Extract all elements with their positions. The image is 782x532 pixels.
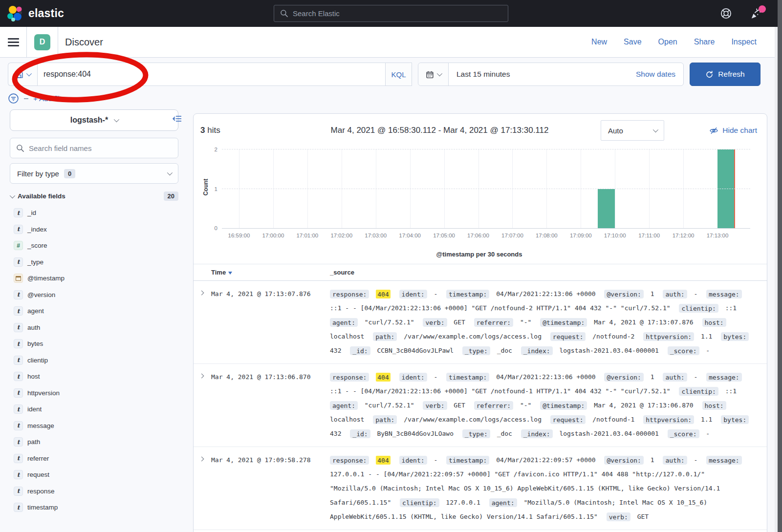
help-icon[interactable] bbox=[719, 7, 732, 20]
histogram-bar[interactable] bbox=[717, 149, 735, 228]
filter-icon[interactable] bbox=[8, 93, 19, 104]
plot-area[interactable]: 012 bbox=[222, 149, 750, 229]
field-label-pill: timestamp: bbox=[446, 373, 489, 382]
scrollbar-thumb[interactable] bbox=[778, 0, 782, 532]
field-value: - bbox=[434, 290, 437, 298]
share-button[interactable]: Share bbox=[694, 38, 715, 46]
index-pattern-select[interactable]: logstash-* bbox=[10, 109, 178, 131]
brand-word: elastic bbox=[28, 7, 64, 20]
newsfeed-icon[interactable] bbox=[750, 7, 762, 20]
field-item[interactable]: tresponse bbox=[14, 483, 178, 500]
field-item[interactable]: tauth bbox=[14, 319, 178, 336]
field-value: 1 bbox=[651, 456, 654, 464]
field-label-pill: @version: bbox=[604, 290, 643, 298]
field-name: _type bbox=[27, 258, 43, 266]
field-item[interactable]: @timestamp bbox=[14, 270, 178, 287]
collapse-sidebar-icon[interactable] bbox=[172, 114, 182, 125]
menu-icon[interactable] bbox=[0, 27, 27, 58]
field-label-pill: agent: bbox=[330, 401, 358, 410]
calendar-menu-button[interactable] bbox=[418, 63, 449, 85]
field-value: 04/Mar/2021:22:09:57 +0000 bbox=[496, 456, 596, 464]
field-item[interactable]: thttpversion bbox=[14, 385, 178, 402]
y-tick-label: 0 bbox=[215, 225, 217, 231]
field-label-pill: _type: bbox=[462, 429, 490, 438]
field-name: @timestamp bbox=[27, 275, 65, 282]
field-item[interactable]: tpath bbox=[14, 434, 178, 450]
field-label-pill: _score: bbox=[668, 429, 699, 438]
chevron-down-icon bbox=[167, 170, 173, 175]
query-input[interactable]: response:404 KQL bbox=[37, 63, 412, 86]
expand-row-icon[interactable] bbox=[194, 453, 211, 524]
field-item[interactable]: t_type bbox=[14, 254, 178, 271]
histogram-chart[interactable]: Count 012 16:59:0017:00:0017:01:0017:02:… bbox=[196, 146, 762, 259]
save-button[interactable]: Save bbox=[624, 38, 641, 46]
column-header-time[interactable]: Time bbox=[211, 269, 330, 276]
notification-dot bbox=[759, 5, 766, 13]
hits-number: 3 bbox=[200, 126, 205, 135]
interval-select[interactable]: Auto bbox=[601, 120, 664, 141]
field-item[interactable]: #_score bbox=[14, 237, 178, 254]
field-item[interactable]: treferrer bbox=[14, 450, 178, 467]
field-value: 1 bbox=[651, 290, 654, 298]
field-item[interactable]: ttimestamp bbox=[14, 499, 178, 516]
field-label-pill: response: bbox=[330, 373, 369, 382]
show-dates-button[interactable]: Show dates bbox=[636, 70, 683, 79]
query-language-button[interactable]: KQL bbox=[385, 63, 412, 85]
refresh-label: Refresh bbox=[718, 70, 744, 79]
field-type-string-icon: t bbox=[14, 421, 23, 430]
field-value: ::1 bbox=[725, 304, 737, 312]
x-gridline bbox=[307, 149, 308, 228]
x-axis-ticks: 16:59:0017:00:0017:01:0017:02:0017:03:00… bbox=[222, 233, 735, 240]
field-item[interactable]: t@version bbox=[14, 287, 178, 303]
field-item[interactable]: t_id bbox=[14, 205, 178, 221]
field-name: _index bbox=[27, 226, 47, 233]
expand-row-icon[interactable] bbox=[194, 287, 211, 358]
field-item[interactable]: tagent bbox=[14, 303, 178, 319]
new-button[interactable]: New bbox=[591, 38, 607, 46]
field-label-pill: agent: bbox=[330, 318, 358, 327]
field-value: GET bbox=[454, 319, 465, 326]
refresh-button[interactable]: Refresh bbox=[690, 63, 760, 86]
chevron-down-icon bbox=[653, 127, 658, 132]
time-column-label: Time bbox=[211, 269, 226, 276]
expand-row-icon[interactable] bbox=[194, 370, 211, 441]
field-item[interactable]: trequest bbox=[14, 467, 178, 483]
field-search-input[interactable]: Search field names bbox=[10, 138, 178, 158]
field-name: _score bbox=[27, 242, 47, 249]
field-value: 432 bbox=[330, 347, 341, 354]
field-value: localhost bbox=[330, 333, 364, 340]
saved-query-menu-button[interactable] bbox=[8, 63, 37, 86]
time-range-value[interactable]: Last 15 minutes bbox=[449, 70, 510, 79]
query-text[interactable]: response:404 bbox=[38, 70, 385, 79]
x-tick-label: 17:10:00 bbox=[604, 233, 626, 238]
field-item[interactable]: tmessage bbox=[14, 418, 178, 434]
elastic-logo[interactable]: elastic bbox=[0, 5, 64, 22]
row-time: Mar 4, 2021 @ 17:09:58.278 bbox=[211, 453, 330, 524]
field-item[interactable]: t_index bbox=[14, 221, 178, 238]
field-value: - bbox=[434, 373, 437, 381]
field-item[interactable]: thost bbox=[14, 368, 178, 385]
field-value: 04/Mar/2021:22:13:06 +0000 bbox=[496, 290, 596, 298]
inspect-button[interactable]: Inspect bbox=[731, 38, 757, 46]
sort-descending-icon bbox=[228, 272, 232, 275]
available-fields-header[interactable]: Available fields 20 bbox=[10, 192, 178, 201]
field-value: ::1 - - [04/Mar/2021:22:13:06 +0000] "GE… bbox=[330, 387, 671, 395]
open-button[interactable]: Open bbox=[658, 38, 677, 46]
histogram-bar[interactable] bbox=[598, 189, 615, 229]
field-label-pill: response: bbox=[330, 456, 369, 465]
field-item[interactable]: tident bbox=[14, 401, 178, 418]
row-time: Mar 4, 2021 @ 17:13:06.870 bbox=[211, 370, 330, 441]
field-name: response bbox=[27, 488, 55, 495]
filter-by-type-select[interactable]: Filter by type 0 bbox=[10, 163, 178, 184]
hide-chart-button[interactable]: Hide chart bbox=[664, 126, 757, 135]
x-gridline bbox=[478, 149, 479, 228]
field-label-pill: path: bbox=[373, 415, 397, 424]
field-name: clientip bbox=[27, 357, 48, 364]
field-type-number-icon: # bbox=[14, 241, 23, 250]
elastic-logo-icon bbox=[7, 5, 23, 22]
app-badge[interactable]: D bbox=[34, 34, 50, 50]
field-item[interactable]: tbytes bbox=[14, 336, 178, 352]
field-item[interactable]: tclientip bbox=[14, 352, 178, 369]
global-search-input[interactable]: Search Elastic bbox=[274, 5, 508, 22]
add-filter-button[interactable]: + Add filter bbox=[33, 94, 68, 103]
